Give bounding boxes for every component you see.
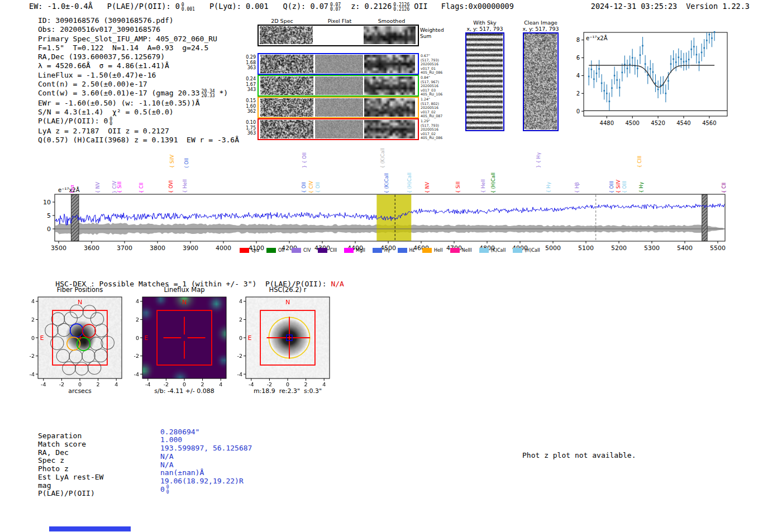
with-sky-image	[466, 33, 503, 130]
header-datetime: 2024-12-31 03:25:23	[591, 2, 677, 11]
cutout-row-0-right-labels: 0.67" (517, 793) 20200516 v017_01 405_RU…	[421, 54, 450, 75]
detection-info-block: ID: 3090168576 (3090168576.pdf)Obs: 2020…	[38, 16, 239, 145]
row0-pixelflat-image	[315, 55, 363, 73]
col-title-2d-spec: 2D Spec	[254, 18, 310, 24]
info-line-5: λ = 4520.66Å σ = 4.86(±1.41)Å	[38, 61, 239, 70]
cutout-row-2-left-labels: 0.15 1.60 362	[237, 98, 256, 114]
svg-text:2: 2	[201, 381, 204, 387]
row3-smoothed-image	[364, 120, 415, 138]
match-label-0: Separation	[38, 432, 82, 440]
svg-text:2: 2	[136, 317, 139, 323]
cutout-row-3	[258, 118, 419, 140]
svg-text:10: 10	[43, 199, 51, 206]
svg-text:-2: -2	[134, 353, 139, 359]
hsc-image	[246, 297, 330, 378]
weighted-smoothed-image	[364, 26, 416, 44]
svg-text:5: 5	[47, 212, 51, 219]
legend-item-HCaII: (H)CaII	[513, 248, 540, 253]
cutout-row-1	[258, 75, 419, 97]
header-ew: EW: -1.0±-0.4Å	[29, 2, 93, 11]
svg-text:4: 4	[136, 298, 139, 304]
svg-text:2: 2	[239, 317, 242, 323]
svg-text:6: 6	[576, 55, 580, 61]
svg-text:8: 8	[576, 37, 580, 43]
svg-text:0: 0	[576, 108, 580, 114]
cutout-row-3-right-labels: 1.29" (517, 793) 20200516 v017_02 405_RU…	[421, 119, 450, 140]
match-value-2: 193.599897, 56.125687	[160, 444, 252, 452]
match-value-0: 0.280694"	[160, 428, 199, 436]
svg-text:-4: -4	[134, 371, 139, 377]
svg-text:4: 4	[576, 73, 580, 79]
row0-2dspec-image	[260, 55, 313, 73]
info-line-2: Primary Spec_Slot_IFU_AMP: 405_072_060_R…	[38, 35, 239, 44]
with-sky-image-panel	[465, 32, 504, 131]
legend-swatch	[373, 248, 382, 253]
svg-text:-4: -4	[30, 371, 35, 377]
info-line-12: LyA z = 2.7187 OII z = 0.2127	[38, 127, 239, 136]
svg-text:e⁻¹⁷x2Å: e⁻¹⁷x2Å	[58, 186, 80, 193]
header-version: Version 1.22.3	[686, 2, 750, 11]
full-spectrum-plot: 3500360037003800390040004100420043004400…	[0, 144, 782, 258]
legend-swatch	[292, 248, 301, 253]
row2-pixelflat-image	[315, 98, 363, 117]
legend-swatch	[450, 248, 460, 253]
legend-item-H: Hε	[398, 248, 415, 253]
row1-2dspec-image	[260, 76, 313, 95]
svg-text:-4: -4	[237, 371, 242, 377]
cutout-row-0	[258, 53, 419, 75]
info-line-8: Cont(w) = 3.60(±0.01)e-17 (gmag 20.3320.…	[38, 89, 239, 98]
row2-2dspec-image	[260, 98, 313, 117]
fiber-image	[38, 297, 122, 378]
svg-text:-2: -2	[164, 381, 169, 387]
match-value-3: N/A	[160, 452, 173, 461]
match-label-1: Match score	[38, 440, 86, 448]
svg-text:-2: -2	[30, 353, 35, 359]
hsc-panel: -4-4-2-2002244NE	[228, 283, 334, 395]
weighted-sum-row	[258, 25, 419, 46]
header-bar: EW: -1.0±-0.4Å P(LAE)/P(OII): 000.001 P(…	[29, 2, 750, 12]
info-line-13: Q(0.57) (H)CaII(3968) z = 0.1391 EW r = …	[38, 136, 239, 145]
cutout-row-3-left-labels: 0.10 1.75 363	[237, 120, 256, 136]
match-label-2: RA, Dec	[38, 448, 69, 457]
header-plae: P(LAE)/P(OII): 000.001	[107, 2, 195, 12]
legend-item-KCaII: (K)CaII	[479, 248, 506, 253]
info-line-4: RA,Dec (193.600037,56.125679)	[38, 52, 239, 61]
svg-text:2: 2	[576, 90, 580, 97]
weighted-2dspec-image	[260, 26, 313, 44]
info-line-10: S/N = 4.3(±1.4) χ² = 0.5(±0.0)	[38, 108, 239, 117]
svg-text:4: 4	[322, 381, 326, 387]
info-line-1: Obs: 20200516v017_3090168576	[38, 25, 239, 34]
header-qz: Q(z): 0.070.070.07	[283, 2, 341, 12]
cutout-row-0-left-labels: 0.29 1.68 363	[237, 55, 256, 71]
legend-item-CIV: CIV	[292, 248, 311, 253]
match-value-1: 1.000	[160, 435, 182, 444]
photz-note: Phot z plot not available.	[522, 451, 636, 459]
match-label-4: Photo z	[38, 464, 69, 473]
svg-text:0: 0	[286, 381, 289, 387]
info-line-0: ID: 3090168576 (3090168576.pdf)	[38, 16, 239, 25]
svg-text:0: 0	[239, 335, 242, 341]
header-flags: Flags:0x00000009	[441, 2, 514, 11]
svg-text:-2: -2	[237, 353, 242, 359]
elixer-report-page: EW: -1.0±-0.4Å P(LAE)/P(OII): 000.001 P(…	[0, 0, 782, 532]
row0-smoothed-image	[364, 55, 415, 73]
svg-text:4520: 4520	[651, 120, 665, 126]
match-value-5: nan(±nan)Å	[160, 468, 204, 477]
svg-text:4: 4	[219, 381, 222, 387]
with-sky-coords: x, y: 517, 793	[454, 26, 516, 32]
match-value-4: N/A	[160, 461, 173, 469]
legend-item-CIII: CIII	[318, 248, 337, 253]
cutout-row-1-left-labels: 0.24 1.67 343	[237, 76, 256, 93]
lineflux-image	[142, 297, 226, 378]
svg-text:4480: 4480	[600, 120, 614, 126]
clean-image	[524, 33, 557, 130]
spectrum-legend: LyαOIICIVCIIIMgIIHγHεHeIINeIII(K)CaII(H)…	[55, 248, 725, 253]
svg-text:0: 0	[183, 381, 186, 387]
legend-swatch	[398, 248, 407, 253]
clean-image-panel	[523, 32, 559, 131]
svg-text:4: 4	[31, 298, 35, 304]
info-line-3: F=1.5" T=0.122 N=1.14 A=0.93 g=24.5	[38, 44, 239, 52]
legend-item-OII: OII	[266, 248, 284, 253]
row3-pixelflat-image	[315, 120, 363, 138]
cutout-row-2-right-labels: 1.24" (517, 802) 20200516 v017_02 405_RU…	[421, 97, 450, 118]
